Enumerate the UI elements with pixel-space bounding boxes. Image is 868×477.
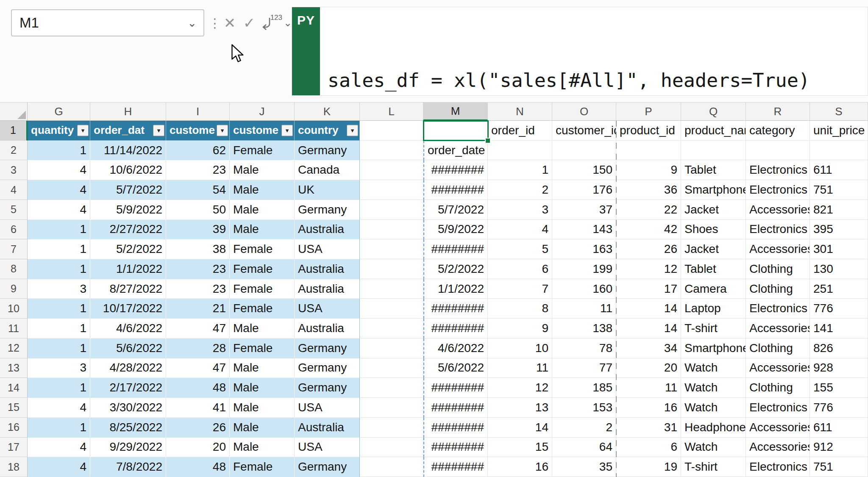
cell-S3[interactable]: 611 bbox=[810, 160, 868, 180]
cell-S2[interactable] bbox=[810, 141, 868, 161]
column-header-R[interactable]: R bbox=[746, 103, 810, 121]
cell-N6[interactable]: 4 bbox=[488, 220, 552, 240]
cell-I2[interactable]: 62 bbox=[166, 141, 230, 161]
cell-I14[interactable]: 48 bbox=[166, 378, 230, 398]
cell-J8[interactable]: Female bbox=[230, 259, 295, 279]
fill-handle[interactable] bbox=[485, 138, 491, 144]
cell-Q16[interactable]: Headphones bbox=[681, 418, 746, 438]
cell-S11[interactable]: 141 bbox=[810, 319, 868, 338]
cell-G7[interactable]: 1 bbox=[28, 239, 90, 259]
cell-G11[interactable]: 1 bbox=[28, 319, 90, 338]
cell-I17[interactable]: 20 bbox=[166, 438, 230, 458]
cell-G16[interactable]: 1 bbox=[28, 418, 90, 438]
cell-K12[interactable]: Germany bbox=[295, 338, 360, 358]
row-header-2[interactable]: 2 bbox=[0, 141, 28, 161]
cell-M11[interactable]: ######## bbox=[423, 319, 488, 338]
cell-K4[interactable]: UK bbox=[295, 180, 360, 200]
enter-button[interactable]: ✓ bbox=[240, 9, 259, 36]
cell-M1[interactable] bbox=[423, 121, 488, 141]
filter-button[interactable]: ▾ bbox=[77, 125, 89, 136]
cell-N15[interactable]: 13 bbox=[488, 398, 552, 418]
cell-S16[interactable]: 611 bbox=[810, 418, 868, 438]
cell-P16[interactable]: 31 bbox=[616, 418, 681, 438]
cell-Q7[interactable]: Jacket bbox=[681, 239, 746, 259]
column-header-P[interactable]: P bbox=[616, 103, 681, 121]
cell-I8[interactable]: 23 bbox=[166, 259, 230, 279]
cell-H10[interactable]: 10/17/2022 bbox=[90, 299, 166, 319]
row-header-8[interactable]: 8 bbox=[0, 259, 28, 279]
formula-code[interactable]: sales_df = xl("sales[#All]", headers=Tru… bbox=[320, 7, 844, 95]
cell-R16[interactable]: Accessories bbox=[746, 418, 810, 438]
formula-bar[interactable]: PY sales_df = xl("sales[#All]", headers=… bbox=[292, 7, 868, 96]
cell-Q13[interactable]: Watch bbox=[681, 358, 746, 378]
cell-S7[interactable]: 301 bbox=[810, 239, 868, 259]
filter-button[interactable]: ▾ bbox=[281, 125, 293, 136]
cell-G9[interactable]: 3 bbox=[28, 279, 90, 299]
cell-I5[interactable]: 50 bbox=[166, 200, 230, 220]
cell-Q3[interactable]: Tablet bbox=[681, 160, 746, 180]
cell-M18[interactable]: ######## bbox=[423, 457, 488, 477]
cell-K15[interactable]: USA bbox=[295, 398, 360, 418]
cell-L9[interactable] bbox=[360, 279, 423, 299]
row-header-14[interactable]: 14 bbox=[0, 378, 28, 398]
cell-L10[interactable] bbox=[360, 299, 423, 319]
row-header-18[interactable]: 18 bbox=[0, 457, 28, 477]
cell-N2[interactable] bbox=[488, 141, 552, 161]
cell-O7[interactable]: 163 bbox=[552, 239, 616, 259]
cell-O1[interactable]: customer_id bbox=[552, 121, 616, 141]
cell-I9[interactable]: 23 bbox=[166, 279, 230, 299]
cell-K8[interactable]: Australia bbox=[295, 259, 360, 279]
cell-M10[interactable]: ######## bbox=[423, 299, 488, 319]
cell-L7[interactable] bbox=[360, 239, 423, 259]
cell-K1[interactable]: country▾ bbox=[295, 121, 360, 141]
column-header-Q[interactable]: Q bbox=[681, 103, 746, 121]
column-header-N[interactable]: N bbox=[488, 103, 552, 121]
cell-O10[interactable]: 11 bbox=[552, 299, 616, 319]
cell-O8[interactable]: 199 bbox=[552, 259, 616, 279]
cell-Q14[interactable]: Watch bbox=[681, 378, 746, 398]
cell-G3[interactable]: 4 bbox=[28, 160, 90, 180]
column-header-O[interactable]: O bbox=[552, 103, 616, 121]
cell-M14[interactable]: ######## bbox=[423, 378, 488, 398]
row-header-1[interactable]: 1 bbox=[0, 121, 28, 141]
row-header-7[interactable]: 7 bbox=[0, 239, 28, 259]
column-header-M[interactable]: M bbox=[423, 103, 488, 121]
cell-I7[interactable]: 38 bbox=[166, 239, 230, 259]
cell-N18[interactable]: 16 bbox=[488, 457, 552, 477]
cell-G8[interactable]: 1 bbox=[28, 259, 90, 279]
cell-P9[interactable]: 17 bbox=[616, 279, 681, 299]
cell-N1[interactable]: order_id bbox=[488, 121, 552, 141]
cell-P17[interactable]: 6 bbox=[616, 438, 681, 458]
column-header-I[interactable]: I bbox=[166, 103, 230, 121]
cell-R17[interactable]: Accessories bbox=[746, 438, 810, 458]
row-header-9[interactable]: 9 bbox=[0, 279, 28, 299]
cell-O11[interactable]: 138 bbox=[552, 319, 616, 338]
cell-Q18[interactable]: T-shirt bbox=[681, 457, 746, 477]
cell-N10[interactable]: 8 bbox=[488, 299, 552, 319]
cell-O15[interactable]: 153 bbox=[552, 398, 616, 418]
cell-L18[interactable] bbox=[360, 457, 423, 477]
cell-K7[interactable]: USA bbox=[295, 239, 360, 259]
cell-Q8[interactable]: Tablet bbox=[681, 259, 746, 279]
cell-R10[interactable]: Electronics bbox=[746, 299, 810, 319]
cell-I3[interactable]: 23 bbox=[166, 160, 230, 180]
cell-N16[interactable]: 14 bbox=[488, 418, 552, 438]
cell-L5[interactable] bbox=[360, 200, 423, 220]
cell-K14[interactable]: Germany bbox=[295, 378, 360, 398]
cell-L14[interactable] bbox=[360, 378, 423, 398]
cell-Q17[interactable]: Watch bbox=[681, 438, 746, 458]
row-header-12[interactable]: 12 bbox=[0, 338, 28, 358]
cell-J2[interactable]: Female bbox=[230, 141, 295, 161]
cell-M17[interactable]: ######## bbox=[423, 438, 488, 458]
cell-J14[interactable]: Male bbox=[230, 378, 295, 398]
cell-Q4[interactable]: Smartphone bbox=[681, 180, 746, 200]
cell-H1[interactable]: order_dat▾ bbox=[90, 121, 166, 141]
cell-G17[interactable]: 4 bbox=[28, 438, 90, 458]
cell-J1[interactable]: custome▾ bbox=[230, 121, 295, 141]
cell-R2[interactable] bbox=[746, 141, 810, 161]
cell-S1[interactable]: unit_price bbox=[810, 121, 868, 141]
cell-K2[interactable]: Germany bbox=[295, 141, 360, 161]
cell-M6[interactable]: 5/9/2022 bbox=[423, 220, 488, 240]
cell-O2[interactable] bbox=[552, 141, 616, 161]
cell-P13[interactable]: 20 bbox=[616, 358, 681, 378]
